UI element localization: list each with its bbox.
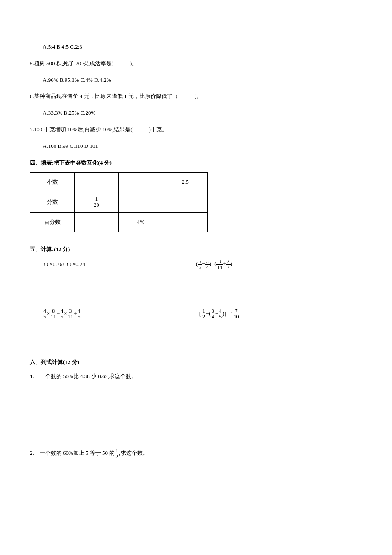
cell bbox=[163, 192, 208, 212]
fraction-numerator: 1 bbox=[115, 448, 119, 454]
cell bbox=[163, 212, 208, 232]
cell-percent-label: 百分数 bbox=[30, 212, 75, 232]
table-row: 分数 1 20 bbox=[30, 192, 208, 212]
cell-decimal-label: 小数 bbox=[30, 173, 75, 192]
conversion-table: 小数 2.5 分数 1 20 百分数 4% bbox=[30, 172, 208, 232]
cell bbox=[119, 192, 163, 212]
q5-stem: 5.植树 500 棵,死了 20 棵,成活率是( )。 bbox=[30, 59, 362, 68]
calc-expr-1: 3.6×0.76+3.6×0.24 bbox=[43, 260, 145, 269]
cell-fraction-value: 1 20 bbox=[75, 192, 119, 212]
cell bbox=[75, 212, 119, 232]
cell-fraction-label: 分数 bbox=[30, 192, 75, 212]
calc-row-2: 45×811+45×311+45 ［12−(34−45)］÷710 bbox=[30, 309, 362, 320]
calc-expr-4: ［12−(34−45)］÷710 bbox=[196, 309, 298, 320]
cell-percent-value: 4% bbox=[119, 212, 163, 232]
calc-expr-3: 45×811+45×311+45 bbox=[43, 309, 145, 320]
q6-options: A.33.3% B.25% C.20% bbox=[30, 109, 362, 118]
q5-options: A.96% B.95.8% C.4% D.4.2% bbox=[30, 76, 362, 85]
section5-title: 五、计算:(12 分) bbox=[30, 245, 362, 254]
p6-2-text-b: ,求这个数。 bbox=[119, 450, 148, 456]
q7-options: A.100 B.99 C.110 D.101 bbox=[30, 142, 362, 151]
section4-title: 四、填表:把下表中各数互化(4 分) bbox=[30, 159, 362, 168]
cell bbox=[75, 173, 119, 192]
table-row: 小数 2.5 bbox=[30, 173, 208, 192]
q7-stem: 7.100 千克增加 10%后,再减少 10%,结果是( )千克。 bbox=[30, 125, 362, 134]
calc-expr-2: (56−34)÷(314+27) bbox=[196, 259, 298, 270]
p6-2: 2. 一个数的 60%加上 5 等于 50 的12,求这个数。 bbox=[30, 448, 362, 459]
fraction-denominator: 20 bbox=[93, 202, 100, 208]
table-row: 百分数 4% bbox=[30, 212, 208, 232]
cell-decimal-value: 2.5 bbox=[163, 173, 208, 192]
q6-stem: 6.某种商品现在售价 4 元，比原来降低 1 元，比原价降低了（ )。 bbox=[30, 92, 362, 101]
work-space bbox=[30, 388, 362, 448]
fraction-1-20: 1 20 bbox=[93, 197, 100, 208]
fraction-denominator: 2 bbox=[115, 454, 119, 460]
fraction-1-2: 12 bbox=[115, 448, 119, 459]
fraction-numerator: 1 bbox=[93, 197, 100, 202]
p6-2-text-a: 2. 一个数的 60%加上 5 等于 50 的 bbox=[30, 450, 115, 456]
calc-row-1: 3.6×0.76+3.6×0.24 (56−34)÷(314+27) bbox=[30, 259, 362, 270]
cell bbox=[119, 173, 163, 192]
section6-title: 六、列式计算(12 分) bbox=[30, 358, 362, 367]
p6-1: 1. 一个数的 50%比 4.38 少 0.62,求这个数。 bbox=[30, 372, 362, 381]
q4-options: A.5:4 B.4:5 C.2:3 bbox=[30, 43, 362, 52]
